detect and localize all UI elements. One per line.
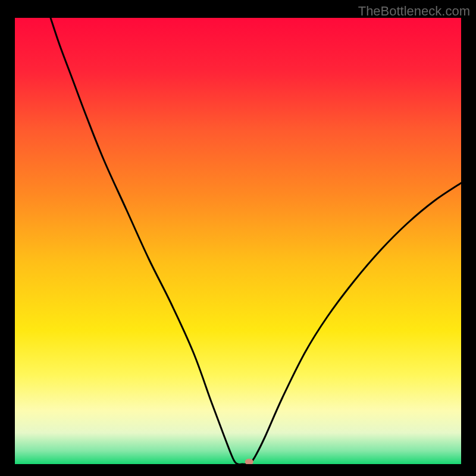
plot-area [15,18,461,464]
watermark-text: TheBottleneck.com [358,4,470,19]
chart-svg [15,18,461,464]
chart-container: TheBottleneck.com [0,0,476,476]
gradient-background [15,18,461,464]
